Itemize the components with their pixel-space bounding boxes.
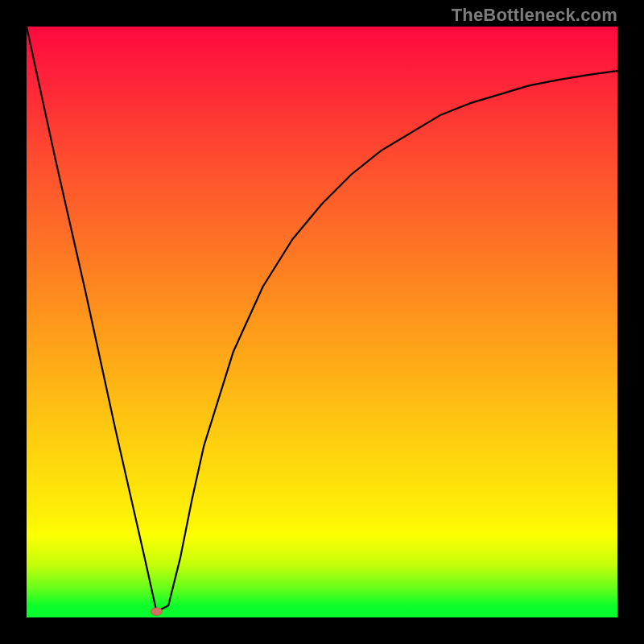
bottleneck-marker bbox=[151, 608, 162, 616]
chart-plot-area bbox=[27, 27, 617, 617]
watermark-text: TheBottleneck.com bbox=[452, 5, 617, 26]
chart-svg bbox=[27, 27, 617, 617]
chart-stage: TheBottleneck.com bbox=[0, 0, 644, 644]
bottleneck-curve bbox=[27, 27, 617, 612]
